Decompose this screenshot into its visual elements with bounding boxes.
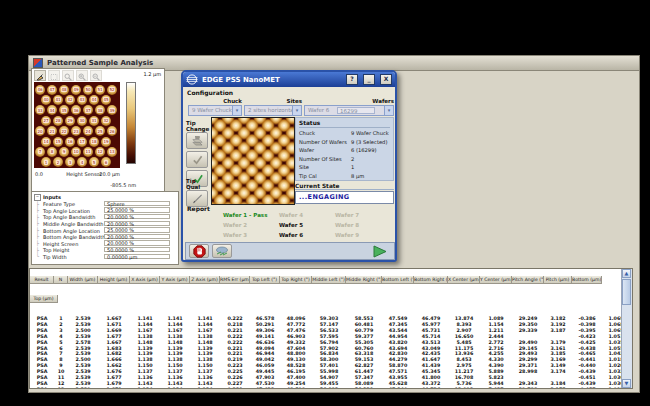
- column-header[interactable]: Bottom (µm): [572, 276, 602, 284]
- table-row[interactable]: PSA42.5391.6771.1381.1381.1380.22249.141…: [30, 325, 622, 331]
- feature-number: 7: [38, 149, 42, 154]
- column-header[interactable]: Pitch Angle (°): [512, 276, 544, 284]
- column-header[interactable]: X Axis (µm): [130, 276, 160, 284]
- column-header[interactable]: Middle Left (°): [312, 276, 346, 284]
- table-scrollbar[interactable]: ▲ ▼: [621, 269, 632, 388]
- wafer-id-field[interactable]: 16299: [337, 107, 375, 114]
- wafer-status-item[interactable]: Wafer 3: [223, 230, 279, 240]
- chuck-value: 9 Wafer Chuck: [192, 107, 232, 113]
- input-value-field[interactable]: Sphere: [104, 201, 170, 206]
- afm-feature-dot: 6: [101, 157, 111, 167]
- column-header[interactable]: Bottom Left (°): [382, 276, 414, 284]
- feature-number: 13: [109, 149, 115, 154]
- wafer-status-item[interactable]: Wafer 7: [335, 210, 391, 220]
- column-header[interactable]: N: [54, 276, 68, 284]
- input-value-field[interactable]: 25.0000 %: [104, 227, 170, 232]
- sites-value: 2 sites horizontal: [248, 107, 295, 113]
- column-header[interactable]: Top (µm): [30, 295, 58, 303]
- table-row[interactable]: PSA22.5391.6711.1441.1441.1440.21850.291…: [30, 313, 622, 319]
- table-row[interactable]: PSA132.5391.6711.1341.1341.1340.22147.43…: [30, 378, 622, 384]
- tree-branch-icon: ├: [36, 220, 39, 226]
- feature-number: 17: [79, 139, 85, 144]
- scroll-down-button[interactable]: ▼: [622, 379, 631, 388]
- viewer-tool-zoom-out-icon[interactable]: [90, 70, 102, 81]
- chuck-label: Chuck: [188, 98, 242, 104]
- wafer-status-item[interactable]: Wafer 9: [335, 230, 391, 240]
- wafer-status-item[interactable]: Wafer 6: [279, 230, 335, 240]
- close-button[interactable]: X: [380, 74, 392, 85]
- scroll-up-button[interactable]: ▲: [622, 269, 631, 278]
- stop-button[interactable]: [189, 244, 209, 258]
- dialog-title: EDGE PSS NanoMET: [202, 76, 341, 84]
- tip-change-button[interactable]: [186, 132, 208, 149]
- minimize-button[interactable]: _: [363, 74, 375, 85]
- column-header[interactable]: Height (µm): [98, 276, 130, 284]
- wafer-status-item[interactable]: Wafer 5: [279, 220, 335, 230]
- input-row: ├Bottom Angle Bandwidth20.0000 %: [32, 233, 178, 240]
- table-row[interactable]: PSA122.5391.6791.1431.1431.1430.22747.53…: [30, 372, 622, 378]
- feature-number: 22: [61, 129, 67, 134]
- feature-number: 37: [85, 108, 91, 113]
- wafer-status-item[interactable]: Wafer 2: [223, 220, 279, 230]
- chuck-dropdown[interactable]: 9 Wafer Chuck ▾: [188, 105, 242, 116]
- dialog-titlebar[interactable]: EDGE PSS NanoMET ? _ X: [183, 72, 395, 87]
- chevron-down-icon[interactable]: ▾: [292, 106, 301, 115]
- run-button[interactable]: [368, 244, 392, 258]
- column-header[interactable]: Top Right (°): [280, 276, 312, 284]
- chevron-down-icon[interactable]: ▾: [384, 106, 393, 115]
- clean-button[interactable]: [212, 244, 232, 258]
- table-row[interactable]: PSA112.5391.6771.1361.1361.1360.22647.90…: [30, 366, 622, 372]
- chevron-down-icon[interactable]: ▾: [232, 106, 241, 115]
- scrollbar-thumb[interactable]: [622, 279, 631, 305]
- column-header[interactable]: Z Axis (µm): [190, 276, 220, 284]
- wafer-status-item[interactable]: Wafer 8: [335, 220, 391, 230]
- tip-change-button[interactable]: [186, 151, 208, 168]
- column-header[interactable]: Width (µm): [68, 276, 98, 284]
- feature-number: 6: [104, 160, 108, 165]
- viewer-tool-pencil-icon[interactable]: [34, 70, 46, 81]
- status-row: Chuck9 Wafer Chuck: [299, 130, 390, 139]
- feature-number: 14: [43, 139, 49, 144]
- input-value-field[interactable]: 20.0000 %: [104, 234, 170, 239]
- column-header[interactable]: Pitch (µm): [544, 276, 572, 284]
- wafers-dropdown[interactable]: Wafer 6 16299 ▾: [304, 105, 394, 116]
- sites-dropdown[interactable]: 2 sites horizontal ▾: [244, 105, 302, 116]
- column-header[interactable]: Middle Right (°): [346, 276, 382, 284]
- column-header[interactable]: Y Axis (µm): [160, 276, 190, 284]
- viewer-tool-region-icon[interactable]: [48, 70, 60, 81]
- column-header[interactable]: Y Center (µm): [480, 276, 512, 284]
- input-value-field[interactable]: 50.0000 %: [104, 247, 170, 252]
- table-row[interactable]: PSA32.5001.6691.1671.1671.1670.22149.306…: [30, 319, 622, 325]
- input-row: ├Middle Angle Bandwidth20.0000 %: [32, 220, 178, 227]
- wafer-status-item[interactable]: Wafer 4: [279, 210, 335, 220]
- input-value-field[interactable]: 20.0000 %: [104, 214, 170, 219]
- input-value-field[interactable]: 0.00000 µm: [104, 254, 170, 259]
- column-header[interactable]: Top Left (°): [250, 276, 280, 284]
- column-header[interactable]: X Center (µm): [448, 276, 480, 284]
- status-key: Number Of Sites: [299, 156, 351, 165]
- afm-feature-dot: 23: [71, 126, 81, 136]
- feature-number: 42: [67, 97, 73, 102]
- afm-feature-dot: 43: [77, 95, 87, 105]
- column-header[interactable]: Bottom Right (°): [414, 276, 448, 284]
- tree-collapse-icon[interactable]: −: [34, 194, 41, 201]
- input-value-field[interactable]: 20.0000 %: [104, 221, 170, 226]
- status-value: 9 Wafer Chuck: [351, 130, 390, 139]
- help-button[interactable]: ?: [346, 74, 358, 85]
- column-header[interactable]: RMS Err (µm): [220, 276, 250, 284]
- afm-feature-dot: 48: [59, 85, 69, 95]
- viewer-tool-zoom-in-icon[interactable]: [76, 70, 88, 81]
- viewer-tool-magnifier-icon[interactable]: [62, 70, 74, 81]
- tree-branch-icon: ├: [36, 233, 39, 239]
- column-header[interactable]: Result: [30, 276, 54, 284]
- tree-branch-icon: └: [36, 253, 39, 259]
- status-value: 6 (16299): [351, 147, 390, 156]
- input-value-field[interactable]: 20.0000 %: [104, 240, 170, 245]
- x-max-label: 20.0 µm: [92, 171, 120, 177]
- input-value-field[interactable]: 25.0000 %: [104, 207, 170, 212]
- feature-number: 51: [97, 87, 103, 92]
- table-row[interactable]: PSA142.5391.6641.1391.1391.1390.21948.49…: [30, 384, 622, 388]
- configuration-header: Configuration: [187, 89, 233, 96]
- afm-image-numbered[interactable]: 1234567891011121314151617181920212223242…: [34, 82, 120, 168]
- wafer-status-item[interactable]: Wafer 1 - Pass: [223, 210, 279, 220]
